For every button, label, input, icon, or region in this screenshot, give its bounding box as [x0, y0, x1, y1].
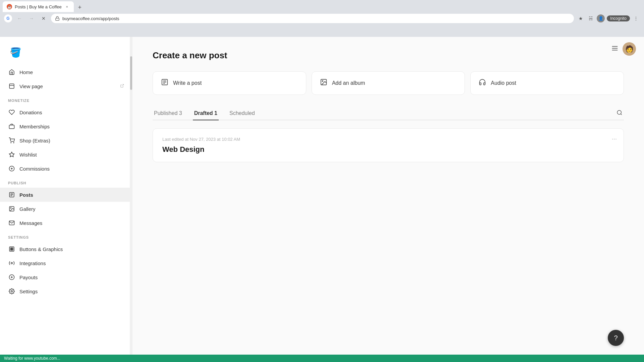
posts-icon: [8, 191, 15, 198]
profile-button[interactable]: 👤: [597, 14, 605, 22]
view-page-icon: [8, 82, 15, 90]
svg-rect-17: [10, 248, 11, 249]
integrations-icon: [8, 259, 15, 267]
app-header: 🧑: [603, 37, 644, 61]
tab-scheduled[interactable]: Scheduled: [228, 107, 256, 120]
search-button[interactable]: [615, 108, 624, 119]
more-options-button[interactable]: ⋮: [632, 14, 640, 22]
sidebar-item-donations[interactable]: Donations: [0, 105, 130, 119]
reader-button[interactable]: ☵: [587, 14, 595, 22]
status-text: Waiting for www.youtube.com...: [4, 356, 60, 361]
sidebar-logo: 🪣: [0, 37, 130, 65]
url-text: buymeacoffee.com/app/posts: [62, 16, 570, 21]
back-button[interactable]: ←: [15, 14, 24, 23]
sidebar-item-settings[interactable]: Settings: [0, 284, 130, 298]
sidebar-item-memberships[interactable]: Memberships: [0, 119, 130, 133]
sidebar-item-wishlist[interactable]: Wishlist: [0, 147, 130, 162]
audio-post-label: Audio post: [491, 80, 516, 86]
home-icon: [8, 68, 15, 76]
wishlist-icon: [8, 151, 15, 158]
settings-section-label: SETTINGS: [0, 230, 130, 242]
sidebar-view-page-label: View page: [19, 83, 116, 89]
browser-tab[interactable]: Posts | Buy Me a Coffee ×: [3, 1, 74, 12]
settings-icon: [8, 288, 15, 295]
incognito-badge: Incognito: [607, 15, 630, 21]
lock-icon: [55, 16, 60, 21]
bookmark-button[interactable]: ★: [577, 14, 585, 22]
sidebar-item-payouts[interactable]: Payouts: [0, 270, 130, 284]
post-card-menu-button[interactable]: ···: [612, 135, 617, 142]
svg-rect-18: [12, 248, 13, 249]
profile-icon: 👤: [597, 14, 605, 22]
tab-published[interactable]: Published 3: [153, 107, 183, 120]
messages-icon: [8, 219, 15, 227]
payouts-icon: [8, 274, 15, 281]
post-card-title: Web Design: [162, 145, 614, 154]
logo-icon: 🪣: [8, 45, 23, 60]
sidebar-item-commissions[interactable]: Commissions: [0, 162, 130, 176]
svg-line-36: [621, 114, 622, 115]
svg-point-4: [11, 142, 11, 143]
sidebar-item-view-page[interactable]: View page: [0, 79, 130, 93]
sidebar-commissions-label: Commissions: [19, 166, 124, 172]
main-content: 🧑 Create a new post Write a post Add an …: [132, 37, 644, 362]
tab-drafted[interactable]: Drafted 1: [193, 107, 219, 120]
svg-point-5: [13, 142, 14, 143]
audio-post-card[interactable]: Audio post: [470, 71, 624, 95]
write-post-label: Write a post: [173, 80, 202, 86]
write-post-card[interactable]: Write a post: [153, 71, 306, 95]
svg-rect-1: [9, 84, 14, 88]
svg-marker-6: [9, 152, 14, 157]
status-bar: Waiting for www.youtube.com...: [0, 355, 644, 362]
svg-point-25: [11, 291, 13, 292]
sidebar-item-integrations[interactable]: Integrations: [0, 256, 130, 270]
svg-rect-3: [9, 125, 14, 129]
post-type-grid: Write a post Add an album Audio post: [153, 71, 624, 95]
user-avatar[interactable]: 🧑: [623, 42, 636, 56]
google-icon: G: [4, 14, 12, 22]
sidebar-wishlist-label: Wishlist: [19, 152, 124, 158]
tab-close-button[interactable]: ×: [64, 4, 70, 9]
sidebar-posts-label: Posts: [19, 192, 124, 198]
sidebar-scrollbar[interactable]: [130, 37, 132, 362]
shop-icon: [8, 137, 15, 144]
post-card-meta: Last edited at Nov 27, 2023 at 10:02 AM: [162, 137, 614, 142]
svg-line-2: [122, 84, 124, 86]
svg-rect-19: [10, 249, 11, 250]
address-bar-actions: ★ ☵ 👤 Incognito ⋮: [577, 14, 640, 22]
svg-point-21: [11, 262, 13, 264]
page-title: Create a new post: [153, 50, 624, 61]
forward-button: →: [27, 14, 36, 23]
sidebar-item-posts[interactable]: Posts: [0, 188, 130, 202]
sidebar-settings-label: Settings: [19, 289, 124, 294]
sidebar-integrations-label: Integrations: [19, 260, 124, 266]
sidebar-home-label: Home: [19, 69, 124, 75]
post-card: Last edited at Nov 27, 2023 at 10:02 AM …: [153, 128, 624, 162]
monetize-section-label: MONETIZE: [0, 93, 130, 105]
tabs-row: Published 3 Drafted 1 Scheduled: [153, 107, 624, 120]
svg-point-35: [617, 110, 621, 114]
add-album-label: Add an album: [332, 80, 365, 86]
help-button[interactable]: ?: [608, 330, 624, 346]
sidebar-scroll-thumb[interactable]: [130, 56, 132, 90]
reload-button[interactable]: ✕: [39, 14, 48, 23]
tab-title: Posts | Buy Me a Coffee: [15, 4, 62, 9]
audio-post-icon: [479, 78, 486, 88]
sidebar-item-gallery[interactable]: Gallery: [0, 202, 130, 216]
svg-point-34: [322, 80, 323, 81]
sidebar-shop-label: Shop (Extras): [19, 138, 124, 143]
memberships-icon: [8, 123, 15, 130]
sidebar-gallery-label: Gallery: [19, 206, 124, 212]
add-album-card[interactable]: Add an album: [312, 71, 465, 95]
sidebar-item-messages[interactable]: Messages: [0, 216, 130, 230]
sidebar-memberships-label: Memberships: [19, 124, 124, 129]
svg-rect-0: [56, 18, 59, 20]
header-menu-button[interactable]: [611, 45, 619, 54]
sidebar-item-buttons-graphics[interactable]: Buttons & Graphics: [0, 242, 130, 256]
address-bar[interactable]: buymeacoffee.com/app/posts: [51, 14, 574, 23]
donations-icon: [8, 109, 15, 116]
sidebar-item-home[interactable]: Home: [0, 65, 130, 79]
add-album-icon: [320, 78, 327, 88]
new-tab-button[interactable]: +: [75, 3, 85, 12]
sidebar-item-shop[interactable]: Shop (Extras): [0, 133, 130, 147]
